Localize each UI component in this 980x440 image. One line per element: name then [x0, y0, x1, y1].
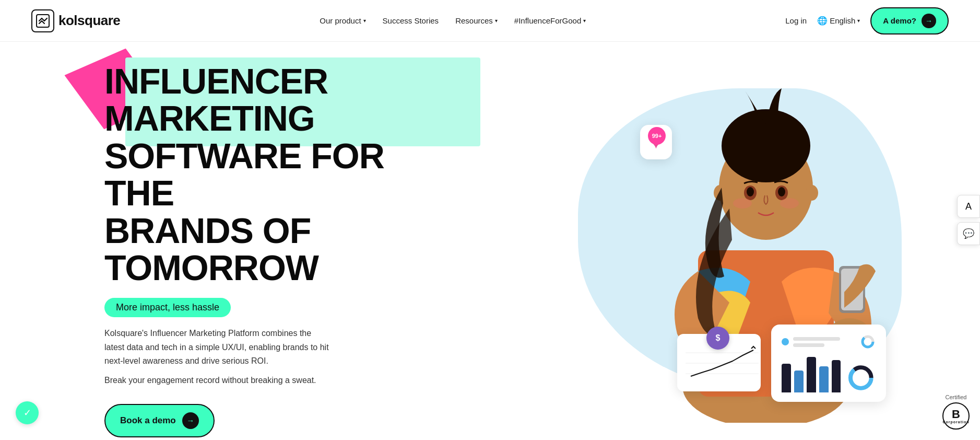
chat-button[interactable]: 💬 — [957, 222, 980, 245]
bar-5 — [832, 360, 841, 392]
chat-icon: 💬 — [963, 228, 974, 239]
hero-illustration: ♥ 99+ $ — [449, 78, 928, 440]
chart-card — [771, 325, 886, 402]
login-link[interactable]: Log in — [785, 16, 807, 25]
translate-icon: A — [965, 201, 972, 212]
floating-buttons: A 💬 — [957, 195, 980, 245]
notification-count: 99+ — [648, 127, 666, 145]
chevron-down-icon: ▾ — [495, 18, 498, 24]
chevron-down-icon: ▾ — [583, 18, 586, 24]
bar-2 — [794, 370, 804, 392]
bcorp-logo: B Corporation — [942, 402, 970, 430]
bottom-badge[interactable]: ✓ — [16, 401, 39, 424]
bcorp-badge: Certified B Corporation — [942, 394, 970, 430]
logo-text: kolsquare — [58, 13, 120, 29]
hero-tagline: Break your engagement record without bre… — [104, 376, 449, 385]
language-selector[interactable]: 🌐 English ▾ — [817, 16, 860, 26]
translate-button[interactable]: A — [957, 195, 980, 218]
badge-pill: More impact, less hassle — [104, 298, 231, 317]
svg-point-10 — [747, 187, 754, 196]
logo-icon — [31, 9, 54, 32]
navigation: kolsquare Our product ▾ Success Stories … — [0, 0, 980, 42]
chart-line-long — [793, 337, 840, 341]
nav-right: Log in 🌐 English ▾ A demo? → — [785, 7, 949, 34]
arrow-right-icon: → — [922, 14, 936, 28]
check-icon: ✓ — [23, 407, 31, 419]
bar-1 — [782, 364, 791, 392]
nav-product[interactable]: Our product ▾ — [320, 16, 365, 25]
svg-rect-0 — [37, 15, 49, 27]
nav-links: Our product ▾ Success Stories Resources … — [320, 16, 586, 25]
svg-point-13 — [780, 198, 799, 209]
bar-4 — [819, 366, 829, 392]
hero-section: INFLUENCER MARKETING SOFTWARE FOR THE BR… — [0, 42, 980, 440]
hero-title: INFLUENCER MARKETING SOFTWARE FOR THE BR… — [104, 63, 449, 286]
heart-notification: ♥ 99+ — [640, 125, 672, 159]
arrow-right-icon: → — [182, 412, 199, 429]
chevron-down-icon: ▾ — [363, 18, 366, 24]
chart-header — [782, 334, 876, 350]
svg-point-11 — [778, 187, 785, 196]
nav-demo-button[interactable]: A demo? → — [870, 7, 949, 34]
chart-dot — [782, 338, 789, 345]
chart-lines — [793, 337, 856, 347]
svg-point-15 — [806, 185, 818, 201]
hero-description: Kolsquare's Influencer Marketing Platfor… — [104, 327, 329, 368]
logo[interactable]: kolsquare — [31, 9, 120, 32]
globe-icon: 🌐 — [817, 16, 828, 26]
hero-content: INFLUENCER MARKETING SOFTWARE FOR THE BR… — [104, 63, 449, 440]
nav-resources[interactable]: Resources ▾ — [455, 16, 498, 25]
donut-chart-small — [860, 334, 876, 350]
donut-chart-large — [847, 364, 876, 392]
bar-chart — [782, 356, 876, 392]
bcorp-certified-label: Certified — [946, 394, 967, 400]
dollar-bubble: $ — [706, 327, 729, 350]
book-demo-button[interactable]: Book a demo → — [104, 404, 215, 437]
chart-line-short — [793, 343, 824, 347]
nav-influence[interactable]: #InfluenceForGood ▾ — [514, 16, 586, 25]
bar-3 — [807, 357, 816, 392]
svg-point-7 — [722, 109, 810, 182]
nav-success[interactable]: Success Stories — [383, 16, 439, 25]
svg-point-12 — [733, 198, 752, 209]
chevron-down-icon: ▾ — [857, 18, 860, 24]
